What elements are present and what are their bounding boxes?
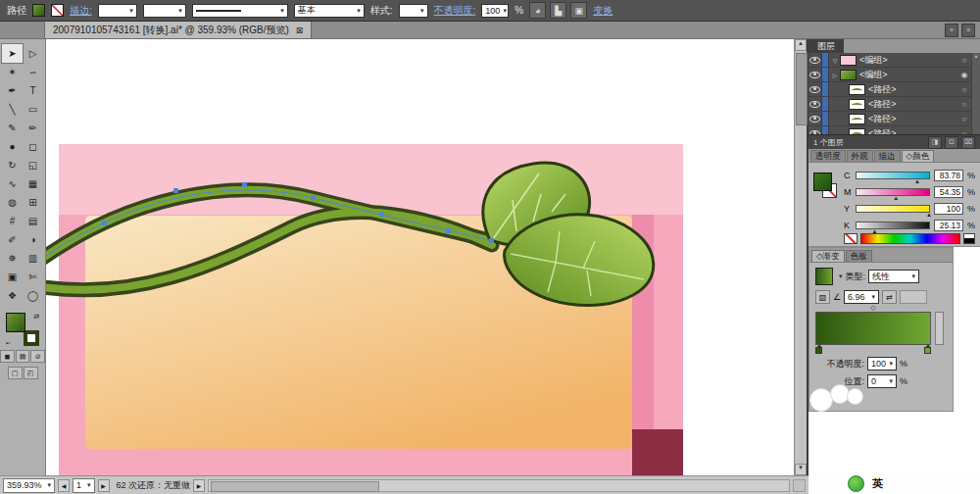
fill-swatch[interactable]	[813, 173, 832, 191]
align-panel-icon[interactable]: ▙	[550, 2, 566, 19]
color-spectrum-bar[interactable]	[860, 233, 960, 244]
arrange-icon[interactable]: ▣	[570, 2, 587, 19]
line-segment-tool[interactable]: ╲	[2, 100, 23, 119]
target-circle-icon[interactable]: ○	[957, 85, 971, 94]
target-circle-icon[interactable]: ○	[957, 129, 971, 135]
channel-value-field[interactable]: 25.13	[934, 220, 963, 231]
stroke-swatch[interactable]	[24, 330, 39, 346]
visibility-eye-icon[interactable]	[808, 112, 822, 125]
gradient-annotator-icon[interactable]: ▧	[815, 290, 830, 304]
shape-builder-tool[interactable]: ◍	[2, 193, 23, 212]
opacity-field[interactable]: 100▾	[481, 4, 509, 18]
channel-slider[interactable]: ▲	[856, 205, 930, 213]
eyedropper-tool[interactable]: ✐	[2, 230, 23, 249]
visibility-eye-icon[interactable]	[808, 126, 822, 134]
scroll-up-icon[interactable]: ▲	[795, 39, 807, 51]
scroll-down-icon[interactable]: ▼	[795, 464, 807, 475]
visibility-eye-icon[interactable]	[808, 97, 822, 111]
horizontal-scrollbar[interactable]	[208, 479, 790, 492]
new-layer-icon[interactable]: ⊡	[945, 136, 958, 149]
gradient-angle-field[interactable]: 6.96▾	[844, 290, 879, 304]
tab-appearance[interactable]: 外观	[847, 150, 873, 162]
channel-value-field[interactable]: 83.78	[934, 170, 963, 181]
gradient-slider[interactable]: ◇	[815, 312, 931, 345]
gradient-stop-left[interactable]	[815, 347, 822, 354]
gradient-mode-icon[interactable]: ▤	[16, 350, 30, 363]
style-combo[interactable]: ▾	[399, 4, 428, 18]
next-artboard-icon[interactable]: ▶	[98, 479, 110, 492]
layer-row[interactable]: <路径> ○	[808, 82, 971, 97]
none-mode-icon[interactable]: ⊘	[30, 350, 45, 363]
visibility-eye-icon[interactable]	[808, 82, 822, 96]
blob-brush-tool[interactable]: ●	[2, 137, 23, 156]
black-white-swatches[interactable]	[963, 233, 975, 244]
eraser-tool[interactable]: ◻	[23, 137, 43, 156]
delete-layer-icon[interactable]: ⌧	[961, 136, 975, 149]
channel-slider[interactable]: ▲	[856, 172, 930, 179]
fill-swatch[interactable]	[6, 313, 25, 332]
column-graph-tool[interactable]: ▥	[23, 249, 43, 268]
fill-color-swatch[interactable]	[32, 4, 45, 17]
opacity-link[interactable]: 不透明度:	[434, 4, 476, 18]
channel-value-field[interactable]: 100	[934, 203, 963, 215]
close-tab-icon[interactable]: ⊠	[296, 25, 304, 35]
visibility-eye-icon[interactable]	[808, 53, 822, 67]
none-color-swatch[interactable]	[844, 233, 858, 244]
symbol-sprayer-tool[interactable]: ✵	[2, 249, 23, 268]
layer-name[interactable]: <编组>	[859, 69, 957, 81]
type-tool[interactable]: T	[23, 81, 43, 100]
tab-color[interactable]: ◇颜色	[902, 150, 935, 162]
tab-gradient[interactable]: ◇渐变	[811, 250, 845, 262]
status-expand-icon[interactable]: ▶	[193, 479, 205, 492]
pen-tool[interactable]: ✒	[2, 81, 23, 100]
direct-selection-tool[interactable]: ▷	[23, 44, 43, 63]
layer-name[interactable]: <路径>	[868, 98, 957, 111]
tab-layers[interactable]: 图层	[808, 39, 844, 53]
vertical-scroll-thumb[interactable]	[796, 53, 808, 125]
gradient-side-slider[interactable]	[935, 312, 944, 345]
color-mode-icon[interactable]: ◼	[0, 350, 15, 363]
tab-swatches[interactable]: 色板	[846, 250, 872, 262]
magic-wand-tool[interactable]: ✶	[2, 63, 23, 81]
layer-thumbnail[interactable]	[849, 114, 865, 124]
slice-tool[interactable]: ✄	[23, 268, 43, 286]
selection-tool[interactable]: ➤	[2, 44, 23, 63]
channel-slider[interactable]: ▲	[856, 188, 930, 196]
perspective-grid-tool[interactable]: ⊞	[23, 193, 43, 212]
expand-triangle-icon[interactable]: ▽	[830, 57, 840, 64]
channel-value-field[interactable]: 54.35	[934, 186, 963, 198]
panel-menu-icon[interactable]: ≡	[961, 24, 975, 37]
zoom-tool[interactable]: ◯	[23, 286, 43, 305]
layer-thumbnail[interactable]	[849, 99, 865, 110]
channel-slider[interactable]: ▲	[856, 222, 930, 229]
pencil-tool[interactable]: ✏	[23, 119, 43, 137]
target-circle-icon[interactable]: ○	[957, 56, 971, 65]
change-screen-mode-icon[interactable]: ◰	[24, 367, 38, 379]
transform-link[interactable]: 变换	[593, 4, 612, 18]
swap-fill-stroke-icon[interactable]: ⇄	[33, 313, 39, 321]
visibility-eye-icon[interactable]	[808, 68, 822, 81]
stroke-link[interactable]: 描边:	[70, 4, 92, 18]
layer-row[interactable]: <路径> ○	[808, 126, 971, 134]
layer-name[interactable]: <编组>	[859, 54, 957, 67]
layers-scrollbar[interactable]: ▲	[971, 53, 980, 134]
recolor-artwork-icon[interactable]: ◕	[529, 2, 546, 19]
input-method-icon[interactable]	[848, 475, 864, 492]
make-mask-icon[interactable]: ◨	[928, 136, 942, 149]
target-circle-icon[interactable]: ◉	[957, 71, 971, 79]
rectangle-tool[interactable]: ▭	[23, 100, 43, 119]
scale-tool[interactable]: ◱	[23, 156, 43, 174]
stroke-weight-combo[interactable]: ▾	[98, 4, 137, 18]
width-tool[interactable]: ∿	[2, 174, 23, 193]
gradient-tool[interactable]: ▤	[23, 212, 43, 230]
target-circle-icon[interactable]: ○	[957, 115, 971, 124]
ime-language-indicator[interactable]: 英	[872, 476, 883, 491]
tab-transparency[interactable]: 透明度	[810, 150, 846, 162]
fill-stroke-widget[interactable]: ⇄ ▪▫	[6, 313, 39, 346]
artboard-tool[interactable]: ▣	[2, 268, 23, 286]
default-fill-stroke-icon[interactable]: ▪▫	[6, 340, 10, 346]
hand-tool[interactable]: ❖	[2, 286, 23, 305]
previous-artboard-icon[interactable]: ◀	[58, 479, 70, 492]
stroke-color-swatch[interactable]	[51, 4, 64, 17]
chevron-down-icon[interactable]: ▾	[839, 272, 843, 280]
